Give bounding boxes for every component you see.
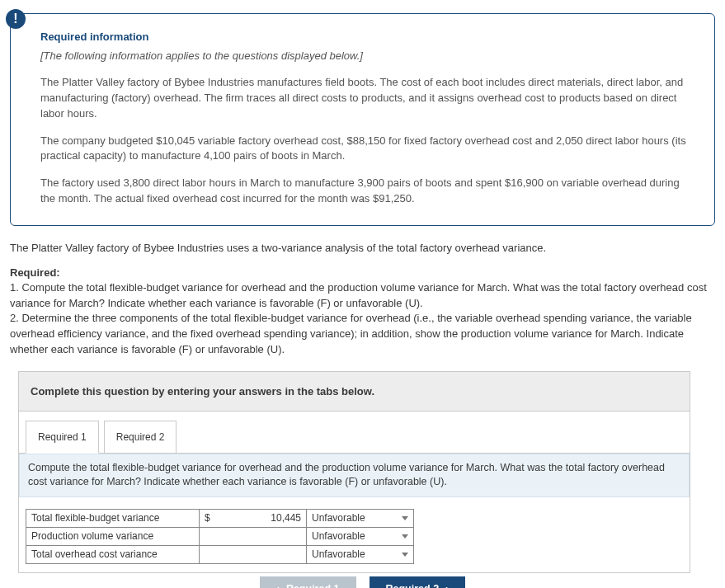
required-item: 2. Determine the three components of the… <box>10 311 715 358</box>
tabs-row: Required 1 Required 2 <box>19 412 690 453</box>
row-label: Total overhead cost variance <box>26 545 200 563</box>
table-row: Production volume variance Unfavorable <box>26 527 414 545</box>
prev-button-label: Required 1 <box>286 583 340 588</box>
amount-value: 10,445 <box>271 512 301 524</box>
chevron-right-icon: › <box>445 583 449 588</box>
tab-content: Compute the total flexible-budget varian… <box>19 453 690 564</box>
favorability-select[interactable]: Unfavorable <box>307 509 414 527</box>
variance-table: Total flexible-budget variance $ 10,445 … <box>26 509 414 564</box>
info-title: Required information <box>40 31 691 43</box>
required-label: Required: <box>10 266 715 279</box>
info-paragraph: The factory used 3,800 direct labor hour… <box>40 176 691 207</box>
info-paragraph: The Platter Valley factory of Bybee Indu… <box>40 75 691 122</box>
next-button[interactable]: Required 2 › <box>370 576 466 588</box>
favorability-select[interactable]: Unfavorable <box>307 545 414 563</box>
alert-icon: ! <box>6 9 26 29</box>
required-item: 1. Compute the total flexible-budget var… <box>10 280 715 312</box>
amount-input[interactable] <box>200 527 307 545</box>
table-row: Total flexible-budget variance $ 10,445 … <box>26 509 414 527</box>
prev-button[interactable]: ‹ Required 1 <box>260 576 356 588</box>
currency-symbol: $ <box>205 512 210 524</box>
tab-required-2[interactable]: Required 2 <box>104 421 177 454</box>
tab-instruction: Compute the total flexible-budget varian… <box>19 454 690 497</box>
tab-required-1[interactable]: Required 1 <box>26 421 99 454</box>
required-list: 1. Compute the total flexible-budget var… <box>10 280 715 358</box>
next-button-label: Required 2 <box>386 583 440 588</box>
row-label: Production volume variance <box>26 527 200 545</box>
info-paragraph: The company budgeted $10,045 variable fa… <box>40 134 691 165</box>
amount-input[interactable] <box>200 545 307 563</box>
question-intro: The Platter Valley factory of Bybee Indu… <box>10 241 715 256</box>
row-label: Total flexible-budget variance <box>26 509 200 527</box>
required-information-card: ! Required information [The following in… <box>10 13 715 226</box>
amount-input[interactable]: $ 10,445 <box>200 509 307 527</box>
info-subtitle: [The following information applies to th… <box>40 49 691 62</box>
answer-header: Complete this question by entering your … <box>19 372 690 412</box>
answer-container: Complete this question by entering your … <box>18 371 690 573</box>
favorability-select[interactable]: Unfavorable <box>307 527 414 545</box>
table-row: Total overhead cost variance Unfavorable <box>26 545 414 563</box>
chevron-left-icon: ‹ <box>276 583 280 588</box>
nav-row: ‹ Required 1 Required 2 › <box>10 573 715 588</box>
